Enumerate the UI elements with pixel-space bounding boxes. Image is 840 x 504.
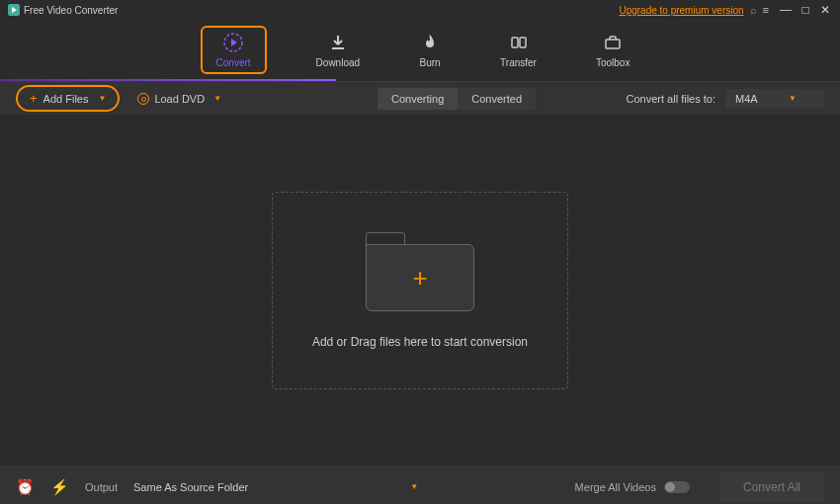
output-folder-value: Same As Source Folder [133,481,248,493]
format-selected-value: M4A [735,93,758,105]
nav-label: Toolbox [596,57,630,68]
convert-to-group: Convert all files to: M4A ▼ [627,89,824,109]
caret-down-icon: ▼ [410,482,418,491]
svg-marker-3 [231,39,237,46]
folder-icon: + [366,232,474,311]
burn-icon [419,32,441,53]
tab-converted[interactable]: Converted [458,88,536,110]
plus-icon: + [30,91,38,106]
nav-download[interactable]: Download [306,28,370,72]
plus-icon: + [412,263,427,294]
convert-all-button[interactable]: Convert All [719,472,824,502]
disc-icon [137,93,149,105]
content-area: + Add or Drag files here to start conver… [0,115,840,466]
minimize-button[interactable]: — [779,3,793,17]
search-icon[interactable]: ⌕ [750,4,757,16]
nav-toolbox[interactable]: Toolbox [586,28,639,72]
svg-rect-5 [520,38,526,47]
nav-label: Convert [216,57,251,68]
convert-to-label: Convert all files to: [627,93,715,105]
caret-down-icon: ▼ [98,94,106,103]
caret-down-icon: ▼ [789,94,797,103]
format-select[interactable]: M4A ▼ [725,89,824,109]
toolbox-icon [602,32,624,53]
toolbar: + Add Files ▼ Load DVD ▼ Converting Conv… [0,81,840,115]
nav-label: Download [316,57,360,68]
main-nav: Convert Download Burn Transfer Toolbox [0,20,840,79]
add-files-label: Add Files [43,93,89,105]
status-tabs: Converting Converted [378,88,536,110]
load-dvd-label: Load DVD [154,93,205,105]
tab-converting[interactable]: Converting [378,88,458,110]
menu-icon[interactable]: ≡ [763,4,769,16]
output-folder-select[interactable]: Same As Source Folder ▼ [133,481,418,493]
dropzone-text: Add or Drag files here to start conversi… [312,335,528,349]
caret-down-icon: ▼ [213,94,221,103]
nav-label: Transfer [500,57,537,68]
clock-icon[interactable]: ⏰ [16,478,35,496]
maximize-button[interactable]: □ [798,3,812,17]
upgrade-link[interactable]: Upgrade to premium version [619,5,743,16]
footer: ⏰ ⚡ Output Same As Source Folder ▼ Merge… [0,466,840,504]
close-button[interactable]: ✕ [818,3,832,17]
transfer-icon [508,32,530,53]
load-dvd-button[interactable]: Load DVD ▼ [137,93,221,105]
convert-icon [222,32,244,53]
add-files-button[interactable]: + Add Files ▼ [16,85,120,112]
dropzone[interactable]: + Add or Drag files here to start conver… [272,192,568,389]
svg-rect-6 [606,40,620,48]
app-logo-icon [8,4,20,16]
nav-burn[interactable]: Burn [409,28,451,72]
gpu-icon[interactable]: ⚡ [50,478,69,496]
output-label: Output [85,481,118,493]
merge-label: Merge All Videos [575,481,656,493]
titlebar: Free Video Converter Upgrade to premium … [0,0,840,20]
nav-label: Burn [420,57,441,68]
merge-toggle[interactable] [664,481,690,493]
svg-rect-4 [512,38,518,47]
download-icon [327,32,349,53]
app-title: Free Video Converter [24,5,118,16]
nav-transfer[interactable]: Transfer [490,28,546,72]
nav-convert[interactable]: Convert [201,26,267,74]
